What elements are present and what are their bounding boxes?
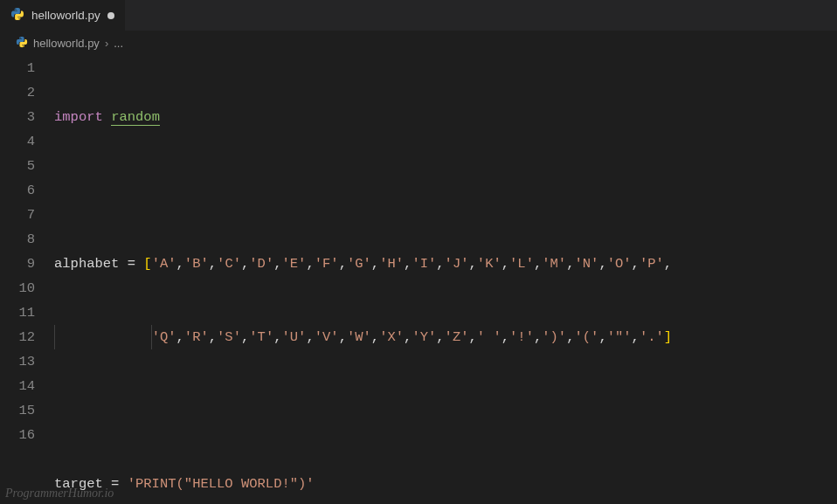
code-line[interactable] xyxy=(54,398,837,423)
watermark: ProgrammerHumor.io xyxy=(5,487,114,501)
tab-bar: helloworld.py xyxy=(0,0,837,31)
line-number: 9 xyxy=(0,252,35,276)
code-line[interactable] xyxy=(54,178,837,203)
code-line[interactable]: alphabet = ['A','B','C','D','E','F','G',… xyxy=(54,252,837,276)
line-number: 1 xyxy=(0,56,35,80)
code-line[interactable]: 'Q','R','S','T','U','V','W','X','Y','Z',… xyxy=(54,325,837,349)
line-number: 7 xyxy=(0,203,35,227)
code-line[interactable]: target = 'PRINT("HELLO WORLD!")' xyxy=(54,472,837,496)
line-number: 15 xyxy=(0,398,35,423)
tab-helloworld[interactable]: helloworld.py xyxy=(0,0,126,31)
line-number: 16 xyxy=(0,423,35,447)
breadcrumb-filename[interactable]: helloworld.py xyxy=(33,37,100,50)
line-number: 8 xyxy=(0,227,35,252)
code-editor[interactable]: 1 2 3 4 5 6 7 8 9 10 11 12 13 14 15 16 i… xyxy=(0,54,837,504)
line-number: 11 xyxy=(0,300,35,325)
line-number-gutter: 1 2 3 4 5 6 7 8 9 10 11 12 13 14 15 16 xyxy=(0,56,54,504)
python-icon xyxy=(16,36,28,51)
line-number: 6 xyxy=(0,178,35,203)
line-number: 2 xyxy=(0,80,35,105)
tab-filename: helloworld.py xyxy=(31,9,100,22)
breadcrumb-more[interactable]: ... xyxy=(114,37,123,50)
line-number: 3 xyxy=(0,105,35,129)
line-number: 4 xyxy=(0,129,35,154)
line-number: 13 xyxy=(0,349,35,374)
code-line[interactable]: import random xyxy=(54,105,837,129)
dirty-indicator-icon xyxy=(107,12,114,19)
code-area[interactable]: import random alphabet = ['A','B','C','D… xyxy=(54,56,837,504)
python-icon xyxy=(10,7,24,24)
line-number: 14 xyxy=(0,374,35,398)
breadcrumb[interactable]: helloworld.py › ... xyxy=(0,31,837,54)
line-number: 10 xyxy=(0,276,35,300)
line-number: 5 xyxy=(0,154,35,178)
chevron-right-icon: › xyxy=(105,37,108,50)
line-number: 12 xyxy=(0,325,35,349)
